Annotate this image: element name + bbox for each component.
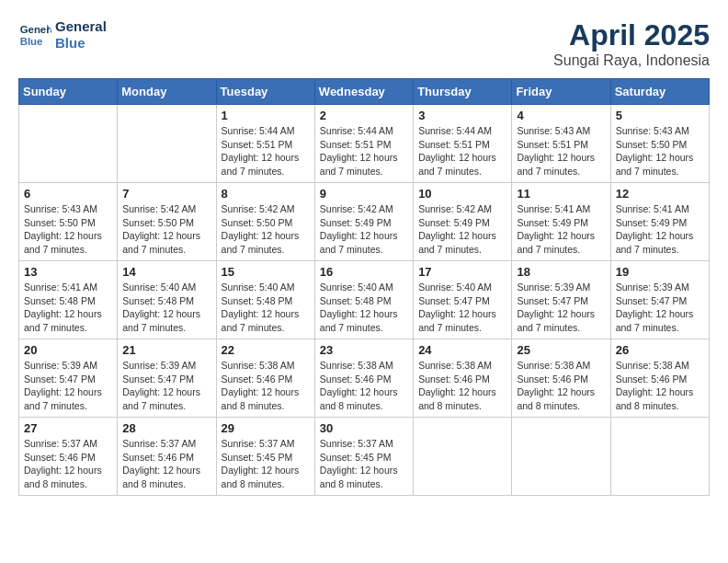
day-info: Sunrise: 5:40 AM Sunset: 5:48 PM Dayligh…: [320, 281, 408, 335]
day-info: Sunrise: 5:37 AM Sunset: 5:45 PM Dayligh…: [222, 437, 310, 491]
day-info: Sunrise: 5:42 AM Sunset: 5:50 PM Dayligh…: [222, 202, 310, 257]
calendar-cell: 2Sunrise: 5:44 AM Sunset: 5:51 PM Daylig…: [314, 105, 413, 183]
svg-text:Blue: Blue: [20, 36, 43, 47]
week-row-5: 27Sunrise: 5:37 AM Sunset: 5:46 PM Dayli…: [19, 418, 710, 496]
calendar-cell: 5Sunrise: 5:43 AM Sunset: 5:50 PM Daylig…: [610, 105, 709, 183]
calendar-cell: 1Sunrise: 5:44 AM Sunset: 5:51 PM Daylig…: [216, 105, 314, 183]
week-row-3: 13Sunrise: 5:41 AM Sunset: 5:48 PM Dayli…: [19, 261, 710, 339]
calendar-cell: 17Sunrise: 5:40 AM Sunset: 5:47 PM Dayli…: [414, 261, 512, 339]
week-row-4: 20Sunrise: 5:39 AM Sunset: 5:47 PM Dayli…: [19, 339, 710, 418]
day-info: Sunrise: 5:41 AM Sunset: 5:49 PM Dayligh…: [517, 202, 605, 257]
day-number: 16: [320, 265, 408, 279]
day-info: Sunrise: 5:39 AM Sunset: 5:47 PM Dayligh…: [122, 359, 210, 413]
day-number: 23: [320, 343, 408, 357]
day-info: Sunrise: 5:39 AM Sunset: 5:47 PM Dayligh…: [24, 359, 112, 413]
day-header-saturday: Saturday: [610, 79, 709, 105]
day-info: Sunrise: 5:40 AM Sunset: 5:48 PM Dayligh…: [122, 281, 210, 335]
calendar-cell: 12Sunrise: 5:41 AM Sunset: 5:49 PM Dayli…: [610, 183, 709, 261]
day-number: 19: [616, 265, 704, 279]
day-info: Sunrise: 5:37 AM Sunset: 5:46 PM Dayligh…: [122, 437, 210, 491]
day-info: Sunrise: 5:42 AM Sunset: 5:50 PM Dayligh…: [122, 202, 210, 257]
calendar-cell: 6Sunrise: 5:43 AM Sunset: 5:50 PM Daylig…: [19, 183, 118, 261]
day-number: 28: [122, 421, 210, 435]
logo-general: General: [55, 18, 107, 35]
day-header-friday: Friday: [512, 79, 610, 105]
calendar-cell: 13Sunrise: 5:41 AM Sunset: 5:48 PM Dayli…: [19, 261, 118, 339]
calendar-cell: 11Sunrise: 5:41 AM Sunset: 5:49 PM Dayli…: [512, 183, 610, 261]
calendar-cell: 19Sunrise: 5:39 AM Sunset: 5:47 PM Dayli…: [610, 261, 709, 339]
day-info: Sunrise: 5:42 AM Sunset: 5:49 PM Dayligh…: [418, 202, 506, 257]
location: Sungai Raya, Indonesia: [553, 52, 710, 69]
calendar-cell: 29Sunrise: 5:37 AM Sunset: 5:45 PM Dayli…: [216, 418, 314, 496]
day-info: Sunrise: 5:40 AM Sunset: 5:47 PM Dayligh…: [418, 281, 506, 335]
calendar-cell: 7Sunrise: 5:42 AM Sunset: 5:50 PM Daylig…: [118, 183, 216, 261]
calendar-cell: 23Sunrise: 5:38 AM Sunset: 5:46 PM Dayli…: [314, 339, 413, 418]
day-number: 4: [517, 109, 605, 122]
calendar-cell: 20Sunrise: 5:39 AM Sunset: 5:47 PM Dayli…: [19, 339, 118, 418]
day-info: Sunrise: 5:42 AM Sunset: 5:49 PM Dayligh…: [320, 202, 408, 257]
day-info: Sunrise: 5:37 AM Sunset: 5:45 PM Dayligh…: [320, 437, 408, 491]
day-number: 11: [517, 187, 605, 201]
day-number: 14: [122, 265, 210, 279]
calendar-cell: 14Sunrise: 5:40 AM Sunset: 5:48 PM Dayli…: [118, 261, 216, 339]
week-row-1: 1Sunrise: 5:44 AM Sunset: 5:51 PM Daylig…: [19, 105, 710, 183]
calendar-cell: 8Sunrise: 5:42 AM Sunset: 5:50 PM Daylig…: [216, 183, 314, 261]
day-info: Sunrise: 5:43 AM Sunset: 5:50 PM Dayligh…: [24, 202, 112, 257]
day-number: 29: [222, 421, 310, 435]
calendar-cell: 4Sunrise: 5:43 AM Sunset: 5:51 PM Daylig…: [512, 105, 610, 183]
day-number: 30: [320, 421, 408, 435]
day-info: Sunrise: 5:41 AM Sunset: 5:49 PM Dayligh…: [616, 202, 704, 257]
day-info: Sunrise: 5:38 AM Sunset: 5:46 PM Dayligh…: [517, 359, 605, 413]
day-info: Sunrise: 5:43 AM Sunset: 5:50 PM Dayligh…: [616, 124, 704, 178]
logo-blue: Blue: [55, 35, 107, 52]
day-number: 2: [320, 109, 408, 122]
calendar-cell: 28Sunrise: 5:37 AM Sunset: 5:46 PM Dayli…: [118, 418, 216, 496]
day-header-monday: Monday: [118, 79, 216, 105]
day-number: 10: [418, 187, 506, 201]
day-number: 20: [24, 343, 112, 357]
day-info: Sunrise: 5:38 AM Sunset: 5:46 PM Dayligh…: [616, 359, 704, 413]
day-number: 8: [222, 187, 310, 201]
day-number: 18: [517, 265, 605, 279]
day-number: 9: [320, 187, 408, 201]
day-number: 25: [517, 343, 605, 357]
svg-text:General: General: [20, 24, 51, 35]
calendar-cell: [414, 418, 512, 496]
day-number: 22: [222, 343, 310, 357]
calendar-cell: 9Sunrise: 5:42 AM Sunset: 5:49 PM Daylig…: [314, 183, 413, 261]
week-row-2: 6Sunrise: 5:43 AM Sunset: 5:50 PM Daylig…: [19, 183, 710, 261]
day-number: 17: [418, 265, 506, 279]
calendar-cell: 25Sunrise: 5:38 AM Sunset: 5:46 PM Dayli…: [512, 339, 610, 418]
calendar-cell: 10Sunrise: 5:42 AM Sunset: 5:49 PM Dayli…: [414, 183, 512, 261]
day-info: Sunrise: 5:38 AM Sunset: 5:46 PM Dayligh…: [320, 359, 408, 413]
day-info: Sunrise: 5:40 AM Sunset: 5:48 PM Dayligh…: [222, 281, 310, 335]
day-info: Sunrise: 5:39 AM Sunset: 5:47 PM Dayligh…: [616, 281, 704, 335]
day-header-sunday: Sunday: [19, 79, 118, 105]
day-header-wednesday: Wednesday: [314, 79, 413, 105]
day-info: Sunrise: 5:44 AM Sunset: 5:51 PM Dayligh…: [320, 124, 408, 178]
day-info: Sunrise: 5:37 AM Sunset: 5:46 PM Dayligh…: [24, 437, 112, 491]
day-number: 5: [616, 109, 704, 122]
calendar-cell: 30Sunrise: 5:37 AM Sunset: 5:45 PM Dayli…: [314, 418, 413, 496]
page-header: General Blue General Blue April 2025 Sun…: [18, 18, 710, 69]
calendar-cell: 22Sunrise: 5:38 AM Sunset: 5:46 PM Dayli…: [216, 339, 314, 418]
calendar-cell: 26Sunrise: 5:38 AM Sunset: 5:46 PM Dayli…: [610, 339, 709, 418]
day-info: Sunrise: 5:44 AM Sunset: 5:51 PM Dayligh…: [222, 124, 310, 178]
day-number: 13: [24, 265, 112, 279]
calendar-cell: [512, 418, 610, 496]
calendar-cell: [19, 105, 118, 183]
calendar-cell: [118, 105, 216, 183]
day-info: Sunrise: 5:38 AM Sunset: 5:46 PM Dayligh…: [222, 359, 310, 413]
day-number: 15: [222, 265, 310, 279]
day-info: Sunrise: 5:41 AM Sunset: 5:48 PM Dayligh…: [24, 281, 112, 335]
day-info: Sunrise: 5:43 AM Sunset: 5:51 PM Dayligh…: [517, 124, 605, 178]
day-number: 24: [418, 343, 506, 357]
day-number: 1: [222, 109, 310, 122]
day-number: 6: [24, 187, 112, 201]
logo: General Blue General Blue: [18, 18, 107, 52]
calendar-cell: 24Sunrise: 5:38 AM Sunset: 5:46 PM Dayli…: [414, 339, 512, 418]
day-number: 21: [122, 343, 210, 357]
day-number: 26: [616, 343, 704, 357]
calendar-cell: 21Sunrise: 5:39 AM Sunset: 5:47 PM Dayli…: [118, 339, 216, 418]
calendar-cell: [610, 418, 709, 496]
